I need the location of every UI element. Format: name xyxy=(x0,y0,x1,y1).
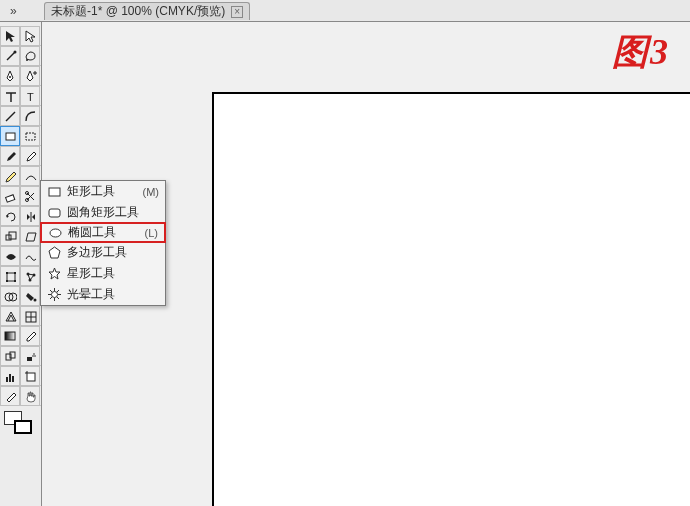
svg-point-17 xyxy=(32,273,35,276)
shear-tool[interactable] xyxy=(20,226,40,246)
svg-rect-24 xyxy=(6,354,11,360)
direct-selection-tool[interactable] xyxy=(20,26,40,46)
column-graph-tool[interactable] xyxy=(0,366,20,386)
svg-rect-23 xyxy=(5,332,15,340)
tools-panel: T xyxy=(0,22,42,506)
flyout-item-star[interactable]: 星形工具 xyxy=(41,263,165,284)
live-paint-bucket-tool[interactable] xyxy=(20,286,40,306)
rectangle-icon xyxy=(47,185,61,199)
puppet-warp-tool[interactable] xyxy=(20,266,40,286)
svg-rect-10 xyxy=(9,232,16,239)
perspective-grid-tool[interactable] xyxy=(0,306,20,326)
flyout-item-polygon[interactable]: 多边形工具 xyxy=(41,242,165,263)
artboard-tool[interactable] xyxy=(20,366,40,386)
chevron-label: » xyxy=(10,4,17,18)
eraser-tool[interactable] xyxy=(0,186,20,206)
flyout-item-label: 多边形工具 xyxy=(67,244,127,261)
close-icon[interactable]: × xyxy=(231,6,243,18)
free-transform-tool[interactable] xyxy=(0,266,20,286)
svg-point-18 xyxy=(28,278,31,281)
shape-builder-tool[interactable] xyxy=(0,286,20,306)
flyout-item-shortcut: (L) xyxy=(145,227,158,239)
svg-rect-6 xyxy=(5,194,14,201)
flyout-item-label: 光晕工具 xyxy=(67,286,115,303)
lasso-tool[interactable] xyxy=(20,46,40,66)
svg-point-2 xyxy=(9,76,11,78)
svg-rect-15 xyxy=(14,280,16,282)
type-tool[interactable] xyxy=(0,86,20,106)
svg-point-19 xyxy=(5,293,13,301)
flyout-item-label: 星形工具 xyxy=(67,265,115,282)
scale-tool[interactable] xyxy=(0,226,20,246)
star-icon xyxy=(47,267,61,281)
blob-brush-tool[interactable] xyxy=(20,146,40,166)
gradient-tool[interactable] xyxy=(0,326,20,346)
flare-icon xyxy=(47,288,61,302)
svg-point-36 xyxy=(50,229,61,237)
magic-wand-tool[interactable] xyxy=(0,46,20,66)
flyout-item-ellipse[interactable]: 椭圆工具 (L) xyxy=(40,222,166,243)
paintbrush-tool[interactable] xyxy=(0,146,20,166)
svg-rect-32 xyxy=(12,376,14,382)
svg-point-28 xyxy=(34,355,36,357)
selection-tool[interactable] xyxy=(0,26,20,46)
figure-label: 图3 xyxy=(612,28,670,77)
svg-point-21 xyxy=(33,298,36,301)
flyout-item-flare[interactable]: 光晕工具 xyxy=(41,284,165,305)
touch-type-tool[interactable]: T xyxy=(20,86,40,106)
arc-tool[interactable] xyxy=(20,106,40,126)
eyedropper-tool[interactable] xyxy=(20,326,40,346)
svg-marker-38 xyxy=(49,268,60,279)
document-tab[interactable]: 未标题-1* @ 100% (CMYK/预览) × xyxy=(44,2,250,20)
svg-rect-9 xyxy=(6,235,11,240)
pencil-tool[interactable] xyxy=(0,166,20,186)
ellipse-icon xyxy=(48,226,62,240)
add-anchor-tool[interactable] xyxy=(20,66,40,86)
svg-rect-12 xyxy=(6,272,8,274)
svg-rect-11 xyxy=(7,273,15,281)
shape-tool-flyout: 矩形工具 (M) 圆角矩形工具 椭圆工具 (L) 多边形工具 星形工具 光晕工具 xyxy=(40,180,166,306)
blend-tool[interactable] xyxy=(0,346,20,366)
svg-rect-26 xyxy=(27,357,32,361)
slice-tool[interactable] xyxy=(0,386,20,406)
flyout-item-label: 椭圆工具 xyxy=(68,224,116,241)
svg-point-20 xyxy=(9,293,17,301)
polygon-icon xyxy=(47,246,61,260)
svg-rect-30 xyxy=(6,377,8,382)
symbol-sprayer-tool[interactable] xyxy=(20,346,40,366)
width-tool[interactable] xyxy=(0,246,20,266)
document-tab-title: 未标题-1* @ 100% (CMYK/预览) xyxy=(51,3,225,20)
svg-rect-22 xyxy=(26,312,36,322)
svg-point-29 xyxy=(32,355,34,357)
flyout-item-rounded-rectangle[interactable]: 圆角矩形工具 xyxy=(41,202,165,223)
svg-rect-25 xyxy=(10,352,15,358)
scissors-tool[interactable] xyxy=(20,186,40,206)
reflect-tool[interactable] xyxy=(20,206,40,226)
warp-tool[interactable] xyxy=(20,246,40,266)
tab-bar: » 未标题-1* @ 100% (CMYK/预览) × xyxy=(0,0,690,22)
svg-point-27 xyxy=(33,353,35,355)
mesh-tool[interactable] xyxy=(20,306,40,326)
smooth-tool[interactable] xyxy=(20,166,40,186)
line-segment-tool[interactable] xyxy=(0,106,20,126)
shaper-tool[interactable] xyxy=(20,126,40,146)
hand-tool[interactable] xyxy=(20,386,40,406)
svg-point-7 xyxy=(25,191,28,194)
fill-stroke-swatches[interactable] xyxy=(0,408,41,440)
svg-rect-5 xyxy=(26,133,35,140)
rotate-tool[interactable] xyxy=(0,206,20,226)
tab-overflow-chevron[interactable]: » xyxy=(10,2,38,20)
svg-point-16 xyxy=(26,272,29,275)
rectangle-tool[interactable] xyxy=(0,126,20,146)
svg-rect-34 xyxy=(49,188,60,196)
artboard[interactable] xyxy=(212,92,690,506)
flyout-item-shortcut: (M) xyxy=(143,186,160,198)
svg-point-1 xyxy=(26,59,28,61)
svg-point-0 xyxy=(13,50,16,53)
flyout-item-rectangle[interactable]: 矩形工具 (M) xyxy=(41,181,165,202)
stroke-swatch[interactable] xyxy=(14,420,32,434)
flyout-item-label: 圆角矩形工具 xyxy=(67,204,139,221)
svg-text:T: T xyxy=(27,91,34,103)
pen-tool[interactable] xyxy=(0,66,20,86)
svg-rect-35 xyxy=(49,209,60,217)
